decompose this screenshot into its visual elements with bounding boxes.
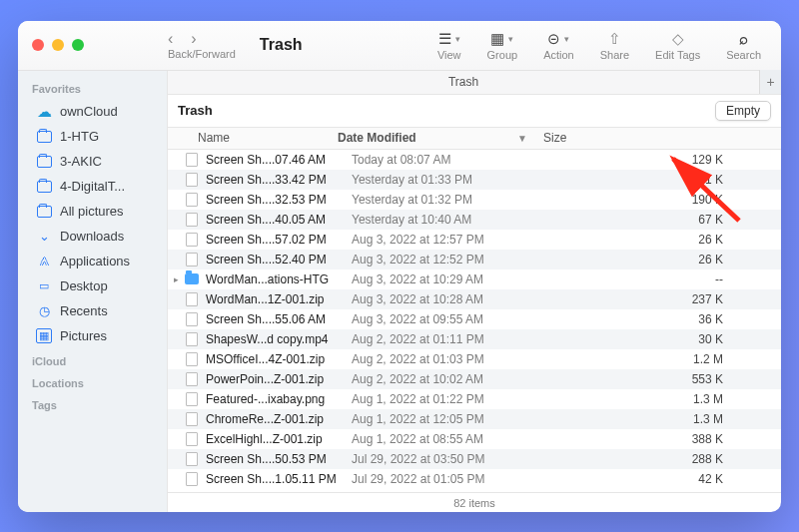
file-icon <box>184 391 200 407</box>
toolbar-items: ☰▾View▦▾Group⊝▾Action⇧Share◇Edit Tags⌕Se… <box>437 30 781 61</box>
sidebar-item-label: ownCloud <box>60 104 118 119</box>
table-row[interactable]: Screen Sh....52.40 PMAug 3, 2022 at 12:5… <box>168 250 781 269</box>
nav-back-forward[interactable]: ‹ › Back/Forward <box>168 30 254 60</box>
sidebar: Favorites☁ownCloud1-HTG3-AKIC4-DigitalT.… <box>18 71 168 512</box>
table-row[interactable]: Screen Sh....40.05 AMYesterday at 10:40 … <box>168 210 781 230</box>
main-content: Trash + Trash Empty Name Date Modified ▼… <box>168 71 781 512</box>
sidebar-item-label: Pictures <box>60 328 107 343</box>
table-row[interactable]: Featured-...ixabay.pngAug 1, 2022 at 01:… <box>168 389 781 409</box>
disclosure-icon[interactable]: ▸ <box>170 274 182 284</box>
file-icon <box>184 232 200 248</box>
sidebar-item-desktop[interactable]: ▭Desktop <box>24 274 161 298</box>
file-name: ShapesW...d copy.mp4 <box>206 332 352 346</box>
file-size: 67 K <box>547 213 781 227</box>
toolbar-view[interactable]: ☰▾View <box>437 30 461 61</box>
table-row[interactable]: WordMan...1Z-001.zipAug 3, 2022 at 10:28… <box>168 289 781 309</box>
tab-trash[interactable]: Trash <box>168 75 759 89</box>
file-size: 26 K <box>547 253 781 266</box>
file-icon <box>184 252 200 267</box>
folder-icon <box>36 204 52 220</box>
sidebar-item-3-akic[interactable]: 3-AKIC <box>24 150 161 174</box>
download-icon: ⌄ <box>36 229 52 245</box>
table-row[interactable]: Screen Sh....57.02 PMAug 3, 2022 at 12:5… <box>168 230 781 250</box>
back-icon[interactable]: ‹ <box>168 30 173 48</box>
sidebar-item-label: 4-DigitalT... <box>60 179 125 194</box>
nav-label: Back/Forward <box>168 48 236 60</box>
table-row[interactable]: ShapesW...d copy.mp4Aug 2, 2022 at 01:11… <box>168 329 781 349</box>
file-date: Aug 3, 2022 at 12:57 PM <box>352 233 547 247</box>
file-date: Aug 1, 2022 at 12:05 PM <box>352 412 547 426</box>
file-size: 191 K <box>547 173 781 187</box>
titlebar: ‹ › Back/Forward Trash ☰▾View▦▾Group⊝▾Ac… <box>18 21 781 71</box>
file-name: Featured-...ixabay.png <box>206 392 352 406</box>
file-icon <box>184 331 200 347</box>
sidebar-item-pictures[interactable]: ▦Pictures <box>24 324 161 348</box>
toolbar-share[interactable]: ⇧Share <box>600 30 629 61</box>
sidebar-item-label: 1-HTG <box>60 129 99 144</box>
close-icon[interactable] <box>32 39 44 51</box>
file-name: Screen Sh....57.02 PM <box>206 233 352 247</box>
cloud-icon: ☁ <box>36 104 52 120</box>
toolbar-tags[interactable]: ◇Edit Tags <box>655 30 700 61</box>
sidebar-item-applications[interactable]: ⩓Applications <box>24 250 161 273</box>
sidebar-item-4-digitalt-[interactable]: 4-DigitalT... <box>24 175 161 199</box>
column-headers: Name Date Modified ▼ Size <box>168 128 781 150</box>
window-title: Trash <box>260 36 303 54</box>
forward-icon[interactable]: › <box>191 30 196 48</box>
table-row[interactable]: Screen Sh....50.53 PMJul 29, 2022 at 03:… <box>168 449 781 469</box>
file-name: Screen Sh....33.42 PM <box>206 173 352 187</box>
file-size: -- <box>547 272 781 286</box>
table-row[interactable]: ▸WordMan...ations-HTGAug 3, 2022 at 10:2… <box>168 269 781 289</box>
toolbar-action[interactable]: ⊝▾Action <box>543 30 574 61</box>
toolbar-label: Search <box>726 49 761 61</box>
table-row[interactable]: MSOfficeI...4Z-001.zipAug 2, 2022 at 01:… <box>168 349 781 369</box>
toolbar-search[interactable]: ⌕Search <box>726 30 761 61</box>
apps-icon: ⩓ <box>36 254 52 269</box>
empty-trash-button[interactable]: Empty <box>715 101 771 121</box>
table-row[interactable]: ChromeRe...Z-001.zipAug 1, 2022 at 12:05… <box>168 409 781 429</box>
desktop-icon: ▭ <box>36 278 52 294</box>
file-icon <box>184 371 200 387</box>
new-tab-button[interactable]: + <box>759 70 781 94</box>
zoom-icon[interactable] <box>72 39 84 51</box>
table-row[interactable]: Screen Sh....1.05.11 PMJul 29, 2022 at 0… <box>168 469 781 489</box>
column-name[interactable]: Name <box>168 131 338 145</box>
finder-window: ‹ › Back/Forward Trash ☰▾View▦▾Group⊝▾Ac… <box>18 21 781 512</box>
sidebar-item-owncloud[interactable]: ☁ownCloud <box>24 100 161 124</box>
file-size: 129 K <box>547 153 781 167</box>
table-row[interactable]: ExcelHighl...Z-001.zipAug 1, 2022 at 08:… <box>168 429 781 449</box>
file-icon <box>184 172 200 188</box>
folder-icon <box>36 129 52 145</box>
file-name: Screen Sh....32.53 PM <box>206 193 352 207</box>
sidebar-header: Tags <box>18 393 167 415</box>
sidebar-item-1-htg[interactable]: 1-HTG <box>24 125 161 149</box>
sidebar-item-all-pictures[interactable]: All pictures <box>24 200 161 224</box>
file-size: 30 K <box>547 332 781 346</box>
table-row[interactable]: Screen Sh....33.42 PMYesterday at 01:33 … <box>168 170 781 190</box>
sidebar-item-label: All pictures <box>60 204 124 219</box>
file-icon <box>184 351 200 367</box>
sidebar-item-label: 3-AKIC <box>60 154 102 169</box>
file-name: ChromeRe...Z-001.zip <box>206 412 352 426</box>
minimize-icon[interactable] <box>52 39 64 51</box>
file-date: Aug 3, 2022 at 09:55 AM <box>352 312 547 326</box>
toolbar-label: Edit Tags <box>655 49 700 61</box>
file-size: 26 K <box>547 233 781 247</box>
file-name: Screen Sh....52.40 PM <box>206 253 352 266</box>
file-date: Jul 29, 2022 at 03:50 PM <box>352 452 547 466</box>
column-size[interactable]: Size <box>535 131 605 145</box>
column-date-modified[interactable]: Date Modified <box>338 131 517 145</box>
file-size: 288 K <box>547 452 781 466</box>
table-row[interactable]: Screen Sh....32.53 PMYesterday at 01:32 … <box>168 190 781 210</box>
file-name: Screen Sh....50.53 PM <box>206 452 352 466</box>
file-date: Yesterday at 01:32 PM <box>352 193 547 207</box>
toolbar-label: Action <box>543 49 574 61</box>
sidebar-item-recents[interactable]: ◷Recents <box>24 299 161 323</box>
toolbar-group[interactable]: ▦▾Group <box>487 30 518 61</box>
table-row[interactable]: PowerPoin...Z-001.zipAug 2, 2022 at 10:0… <box>168 369 781 389</box>
table-row[interactable]: Screen Sh....55.06 AMAug 3, 2022 at 09:5… <box>168 309 781 329</box>
file-icon <box>184 451 200 467</box>
file-icon <box>184 431 200 447</box>
table-row[interactable]: Screen Sh....07.46 AMToday at 08:07 AM12… <box>168 150 781 170</box>
sidebar-item-downloads[interactable]: ⌄Downloads <box>24 225 161 249</box>
